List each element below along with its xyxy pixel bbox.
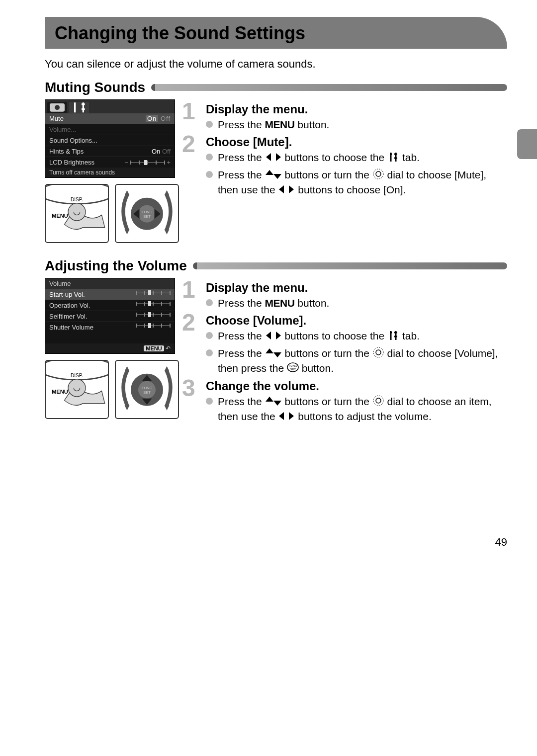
svg-point-43 [376, 350, 381, 355]
svg-marker-47 [266, 397, 273, 402]
lcd-row-brightness: LCD Brightness − + [45, 157, 175, 168]
svg-marker-48 [273, 401, 281, 406]
svg-text:SET: SET [290, 368, 296, 371]
svg-point-27 [68, 379, 86, 397]
svg-marker-8 [165, 190, 170, 195]
lcd-row-shutter-vol: Shutter Volume [45, 322, 175, 333]
svg-marker-23 [289, 185, 294, 193]
section-rule [151, 84, 507, 91]
svg-marker-22 [279, 185, 284, 193]
left-right-arrows-icon [278, 184, 295, 195]
section1-title: Muting Sounds [45, 80, 145, 95]
svg-marker-18 [266, 170, 273, 175]
lcd-row-operation-vol: Operation Vol. [45, 300, 175, 311]
lcd-mute-label: Mute [49, 115, 64, 122]
chapter-side-tab [517, 129, 537, 159]
lcd-row-mute: Mute On Off [45, 113, 175, 124]
lcd-row-selftimer-vol: Selftimer Vol. [45, 311, 175, 322]
lcd-volume-menu: Volume Start-up Vol. Operation Vol. Self… [45, 278, 175, 354]
lcd-row-sound-options: Sound Options... [45, 135, 175, 146]
svg-point-49 [373, 396, 383, 406]
svg-text:SET: SET [143, 214, 151, 219]
up-down-arrows-icon [265, 169, 282, 180]
left-right-arrows-icon [265, 330, 282, 341]
lcd-hints-value: On Off [152, 148, 171, 155]
svg-text:DISP.: DISP. [71, 197, 83, 202]
svg-marker-29 [125, 405, 130, 410]
menu-button-label: MENU [265, 297, 295, 309]
bullet: Press the MENU button. [206, 117, 507, 132]
svg-text:MENU: MENU [52, 213, 68, 219]
svg-marker-51 [279, 412, 284, 420]
illustration-dial-updown: FUNC SET [115, 360, 179, 419]
lcd-tab-camera-icon [47, 102, 67, 113]
left-right-arrows-icon [278, 411, 295, 421]
page-title-bar: Changing the Sound Settings [45, 17, 507, 49]
bullet: Press the buttons or turn the dial to ch… [206, 394, 507, 424]
svg-point-1 [55, 105, 60, 110]
illustration-camera-back-menu: DISP. MENU [45, 360, 109, 419]
svg-text:SET: SET [143, 390, 151, 395]
svg-point-5 [68, 203, 86, 221]
lcd-mute-menu: Mute On Off Volume... Sound Options... H… [45, 99, 175, 178]
lcd-volume-header: Volume [45, 278, 175, 289]
svg-text:DISP.: DISP. [71, 373, 83, 378]
lcd-footer-menu-return: MENU ↶ [45, 343, 175, 353]
s1-step1: 1 Display the menu. Press the MENU butto… [185, 102, 507, 132]
bullet: Press the buttons to choose the tab. [206, 329, 507, 343]
svg-marker-31 [165, 405, 170, 410]
svg-marker-6 [125, 190, 130, 195]
step-number: 2 [182, 309, 195, 336]
section-muting-sounds: Muting Sounds Mute On Off [45, 80, 507, 243]
svg-point-50 [376, 398, 381, 403]
dial-icon [372, 168, 384, 179]
menu-button-label: MENU [265, 119, 295, 130]
illustration-camera-back-menu: DISP. MENU [45, 184, 109, 243]
left-right-arrows-icon [265, 152, 282, 163]
lcd-footer: Turns off camera sounds [45, 168, 175, 177]
step-title: Display the menu. [206, 281, 507, 295]
svg-marker-40 [266, 348, 273, 353]
svg-marker-7 [125, 229, 130, 234]
dial-icon [372, 395, 384, 406]
step-number: 2 [182, 130, 195, 158]
bullet: Press the buttons to choose the tab. [206, 150, 507, 165]
svg-marker-28 [125, 366, 130, 371]
up-down-arrows-icon [265, 347, 282, 358]
step-number: 1 [182, 97, 195, 125]
s2-step3: 3 Change the volume. Press the buttons o… [185, 379, 507, 424]
func-set-icon: FUNCSET [287, 361, 299, 372]
svg-text:FUNC: FUNC [289, 364, 297, 367]
svg-marker-17 [276, 153, 281, 161]
svg-text:FUNC: FUNC [142, 386, 152, 390]
intro-text: You can silence or adjust the volume of … [45, 58, 507, 71]
svg-point-42 [373, 347, 383, 357]
svg-point-21 [376, 171, 381, 176]
svg-marker-52 [289, 412, 294, 420]
svg-marker-19 [273, 174, 281, 179]
dial-icon [372, 346, 384, 357]
lcd-tab-tools-icon [69, 102, 89, 113]
svg-text:MENU: MENU [52, 389, 68, 395]
bullet: Press the buttons or turn the dial to ch… [206, 168, 507, 198]
s1-step2: 2 Choose [Mute]. Press the buttons to ch… [185, 135, 507, 197]
illustration-dial-leftright: FUNC SET [115, 184, 179, 243]
step-number: 1 [182, 276, 195, 303]
svg-point-20 [373, 169, 383, 179]
bullet: Press the buttons or turn the dial to ch… [206, 346, 507, 376]
page-title: Changing the Sound Settings [55, 23, 305, 43]
step-title: Display the menu. [206, 102, 507, 116]
page-number: 49 [45, 536, 507, 549]
svg-marker-39 [276, 332, 281, 339]
lcd-mute-value: On Off [146, 115, 171, 122]
svg-marker-30 [165, 366, 170, 371]
s2-step1: 1 Display the menu. Press the MENU butto… [185, 281, 507, 311]
step-title: Choose [Volume]. [206, 314, 507, 328]
up-down-arrows-icon [265, 396, 282, 407]
svg-marker-41 [273, 352, 281, 357]
svg-marker-16 [266, 153, 271, 161]
lcd-row-volume: Volume... [45, 124, 175, 135]
tools-tab-icon [387, 330, 399, 341]
lcd-row-startup-vol: Start-up Vol. [45, 289, 175, 300]
step-title: Change the volume. [206, 379, 507, 393]
